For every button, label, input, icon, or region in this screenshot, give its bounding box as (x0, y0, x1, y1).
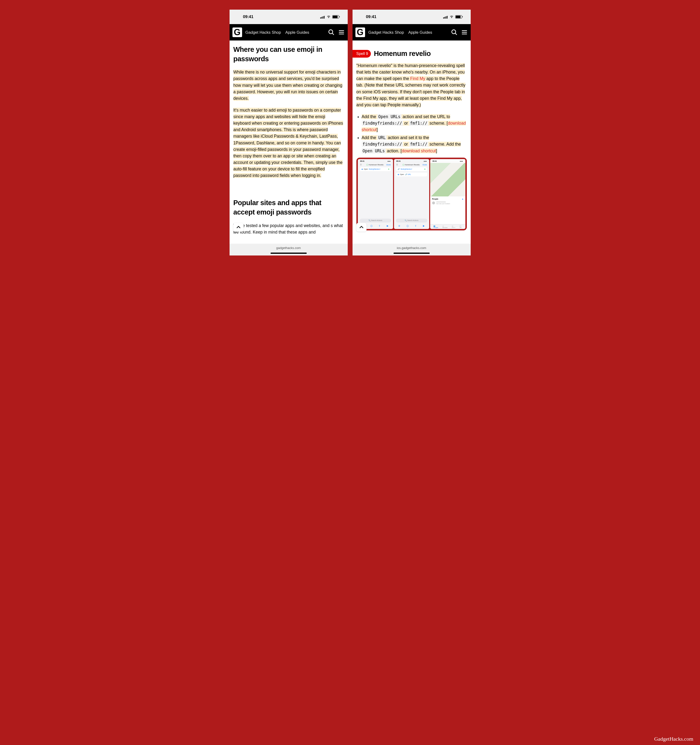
paragraph-3: We've tested a few popular apps and webs… (234, 223, 344, 235)
heading-popular-sites: Popular sites and apps that accept emoji… (234, 198, 344, 217)
hamburger-icon[interactable] (338, 29, 345, 36)
list-item: Add the Open URLs action and set the URL… (362, 114, 467, 133)
phone-left: 09:41 G Gadget Hacks Shop Apple Guides W… (229, 10, 348, 256)
nav-link-guides[interactable]: Apple Guides (285, 30, 309, 35)
site-logo[interactable]: G (355, 27, 365, 37)
battery-icon (455, 15, 462, 19)
search-icon[interactable] (328, 29, 335, 36)
article-content-left[interactable]: Where you can use emoji in passwords Whi… (229, 40, 348, 244)
dual-screenshot-container: 09:41 G Gadget Hacks Shop Apple Guides W… (10, 10, 690, 256)
cellular-icon (320, 15, 325, 19)
status-bar: 09:41 (352, 10, 471, 24)
site-header: G Gadget Hacks Shop Apple Guides (352, 24, 471, 40)
chevron-up-icon (236, 226, 241, 229)
browser-bottom-bar: ios.gadgethacks.com (352, 244, 471, 256)
address-domain[interactable]: ios.gadgethacks.com (397, 246, 426, 250)
wifi-icon (450, 15, 454, 19)
nav-link-guides[interactable]: Apple Guides (408, 30, 432, 35)
find-my-link[interactable]: Find My (410, 76, 425, 81)
home-indicator[interactable] (394, 253, 430, 254)
inline-watermark: GadgetHacks.com (453, 227, 464, 229)
svg-point-0 (329, 30, 333, 34)
spell-title: Homenum revelio (374, 49, 431, 58)
spell-badge: Spell 9 (352, 50, 371, 58)
screenshot-panel-1: 09:41●●● ☰ ▢ Homenum Revelio Done ◉Open … (358, 159, 393, 229)
svg-line-6 (455, 33, 457, 35)
map-icon (430, 163, 465, 196)
site-header: G Gadget Hacks Shop Apple Guides (229, 24, 348, 40)
scroll-to-top-button[interactable] (234, 223, 244, 232)
nav-link-shop[interactable]: Gadget Hacks Shop (246, 30, 281, 35)
wifi-icon (327, 15, 331, 19)
status-time: 09:41 (366, 15, 376, 19)
status-indicators (443, 15, 462, 19)
list-item: Add the URL action and set it to the fin… (362, 135, 467, 154)
battery-icon (332, 15, 339, 19)
instruction-list: Add the Open URLs action and set the URL… (357, 114, 467, 154)
search-icon[interactable] (451, 29, 458, 36)
phone-right: 09:41 G Gadget Hacks Shop Apple Guides S (352, 10, 471, 256)
nav-links: Gadget Hacks Shop Apple Guides (369, 30, 448, 35)
status-time: 09:41 (243, 15, 253, 19)
spell-heading-row: Spell 9 Homenum revelio (352, 49, 467, 58)
scroll-to-top-button[interactable] (357, 223, 367, 232)
screenshot-panel-2: 09:41●●● ☰ ▢ Homenum Revelio Done 🔗findm… (394, 159, 429, 229)
status-bar: 09:41 (229, 10, 348, 24)
svg-point-5 (452, 30, 456, 34)
intro-paragraph: "Homenum revelio" is the human-presence-… (357, 63, 467, 108)
paragraph-1: While there is no universal support for … (234, 69, 344, 102)
article-content-right[interactable]: Spell 9 Homenum revelio "Homenum revelio… (352, 40, 471, 244)
status-indicators (320, 15, 339, 19)
cellular-icon (443, 15, 448, 19)
chevron-up-icon (359, 226, 364, 229)
site-logo[interactable]: G (232, 27, 242, 37)
heading-emoji-passwords: Where you can use emoji in passwords (234, 45, 344, 64)
svg-line-1 (332, 33, 334, 35)
screenshot-panel-3: 09:41●●● People+ Can see your location 👥… (430, 159, 465, 229)
nav-link-shop[interactable]: Gadget Hacks Shop (369, 30, 404, 35)
paragraph-2: It's much easier to add emoji to passwor… (234, 107, 344, 179)
download-shortcut-link[interactable]: download shortcut (402, 148, 436, 153)
home-indicator[interactable] (271, 253, 307, 254)
inline-screenshot-trio: 09:41●●● ☰ ▢ Homenum Revelio Done ◉Open … (357, 158, 467, 230)
hamburger-icon[interactable] (461, 29, 468, 36)
address-domain[interactable]: gadgethacks.com (276, 246, 301, 250)
browser-bottom-bar: gadgethacks.com (229, 244, 348, 256)
nav-links: Gadget Hacks Shop Apple Guides (246, 30, 325, 35)
